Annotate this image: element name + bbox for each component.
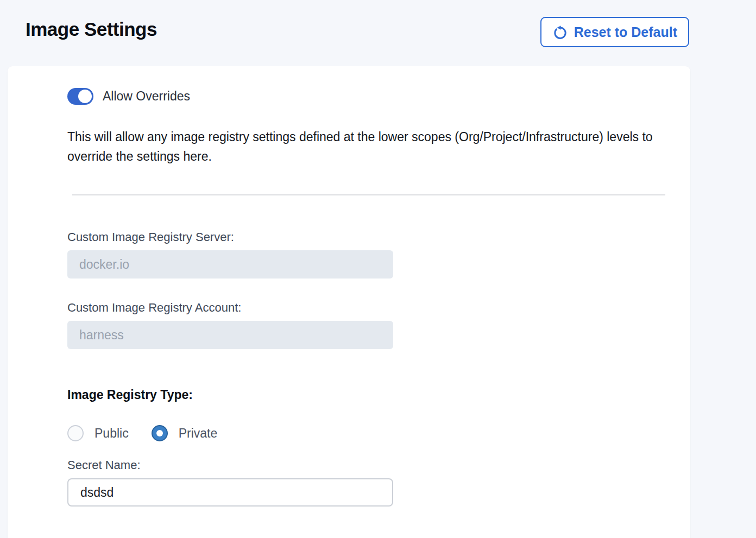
radio-unselected-icon <box>67 425 84 441</box>
radio-option-private[interactable]: Private <box>152 425 218 441</box>
radio-selected-icon <box>152 425 168 441</box>
allow-overrides-row: Allow Overrides <box>67 88 690 105</box>
radio-private-label: Private <box>179 426 218 441</box>
registry-server-label: Custom Image Registry Server: <box>67 230 690 244</box>
allow-overrides-toggle[interactable] <box>67 88 93 105</box>
radio-public-label: Public <box>94 426 129 441</box>
secret-name-label: Secret Name: <box>67 458 690 472</box>
registry-type-radio-group: Public Private <box>67 425 690 441</box>
registry-type-label: Image Registry Type: <box>67 388 690 402</box>
toggle-knob-icon <box>78 90 92 103</box>
page-title: Image Settings <box>26 18 157 40</box>
overrides-description: This will allow any image registry setti… <box>67 127 681 166</box>
reset-button-label: Reset to Default <box>574 24 677 40</box>
image-settings-card: Allow Overrides This will allow any imag… <box>8 66 690 538</box>
allow-overrides-label: Allow Overrides <box>103 89 190 104</box>
reset-counterclockwise-icon <box>552 24 568 40</box>
secret-name-input[interactable] <box>67 478 393 507</box>
registry-server-input[interactable] <box>67 250 393 279</box>
registry-account-label: Custom Image Registry Account: <box>67 301 690 315</box>
section-divider <box>72 194 665 195</box>
registry-account-input[interactable] <box>67 321 393 349</box>
reset-to-default-button[interactable]: Reset to Default <box>540 17 689 47</box>
radio-option-public[interactable]: Public <box>67 425 129 441</box>
